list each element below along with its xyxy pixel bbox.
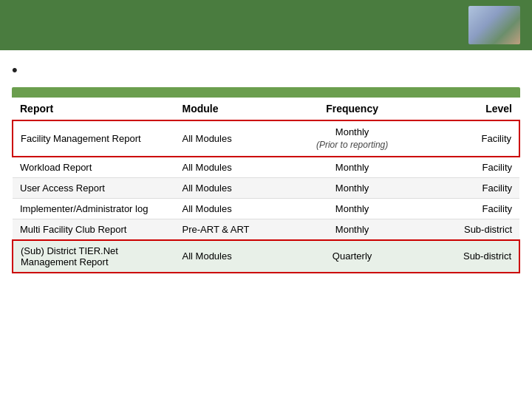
cell-level: Facility: [418, 177, 519, 198]
cell-module: All Modules: [175, 177, 287, 198]
cell-frequency: Monthly: [286, 219, 417, 240]
cell-level: Sub-district: [418, 240, 519, 273]
management-reports-table: Report Module Frequency Level Facility M…: [12, 98, 520, 273]
page-header: [0, 0, 532, 50]
cell-frequency: Monthly: [286, 198, 417, 219]
subtitle: [0, 50, 532, 87]
table-row: Implementer/Administrator logAll Modules…: [13, 198, 519, 219]
cell-report: User Access Report: [13, 177, 175, 198]
cell-level: Facility: [418, 157, 519, 178]
cell-frequency: Quarterly: [286, 240, 417, 273]
col-header-frequency: Frequency: [286, 98, 417, 120]
header-image: [468, 6, 520, 44]
table-row: Multi Facility Club ReportPre-ART & ARTM…: [13, 219, 519, 240]
cell-level: Facility: [418, 120, 519, 157]
header-image-decoration: [468, 6, 520, 44]
table-container: Report Module Frequency Level Facility M…: [0, 87, 532, 273]
cell-report: Implementer/Administrator log: [13, 198, 175, 219]
cell-frequency: Monthly: [286, 157, 417, 178]
cell-module: Pre-ART & ART: [175, 219, 287, 240]
col-header-level: Level: [418, 98, 519, 120]
col-header-report: Report: [13, 98, 175, 120]
cell-report: (Sub) District TIER.Net Management Repor…: [13, 240, 175, 273]
cell-module: All Modules: [175, 198, 287, 219]
cell-module: All Modules: [175, 120, 287, 157]
table-row: User Access ReportAll ModulesMonthlyFaci…: [13, 177, 519, 198]
cell-report: Multi Facility Club Report: [13, 219, 175, 240]
table-header-row: Report Module Frequency Level: [13, 98, 519, 120]
cell-level: Sub-district: [418, 219, 519, 240]
table-section-header: [12, 87, 520, 98]
cell-report: Workload Report: [13, 157, 175, 178]
cell-frequency: Monthly(Prior to reporting): [286, 120, 417, 157]
col-header-module: Module: [175, 98, 287, 120]
cell-module: All Modules: [175, 240, 287, 273]
cell-report: Facility Management Report: [13, 120, 175, 157]
cell-level: Facility: [418, 198, 519, 219]
table-row: Workload ReportAll ModulesMonthlyFacilit…: [13, 157, 519, 178]
table-row: Facility Management ReportAll ModulesMon…: [13, 120, 519, 157]
table-row: (Sub) District TIER.Net Management Repor…: [13, 240, 519, 273]
cell-frequency: Monthly: [286, 177, 417, 198]
cell-module: All Modules: [175, 157, 287, 178]
